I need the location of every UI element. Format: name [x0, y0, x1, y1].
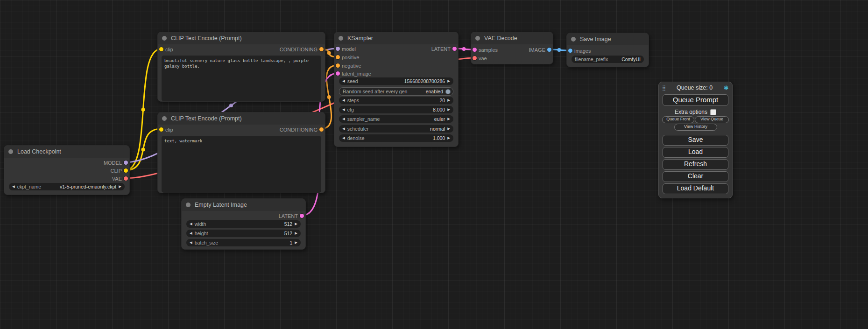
widget-denoise[interactable]: ◀ denoise 1.000 ▶ [339, 134, 453, 142]
input-port-positive[interactable] [336, 55, 340, 59]
decrement-arrow-icon[interactable]: ◀ [12, 183, 15, 190]
decrement-arrow-icon[interactable]: ◀ [342, 125, 345, 133]
increment-arrow-icon[interactable]: ▶ [295, 230, 297, 237]
extra-options-checkbox[interactable] [710, 109, 716, 115]
increment-arrow-icon[interactable]: ▶ [295, 239, 297, 246]
widget-random-seed-toggle[interactable]: Random seed after every gen enabled [339, 87, 453, 96]
widget-steps[interactable]: ◀ steps 20 ▶ [339, 97, 453, 104]
output-port-latent[interactable] [300, 214, 304, 218]
increment-arrow-icon[interactable]: ▶ [295, 220, 297, 228]
increment-arrow-icon[interactable]: ▶ [447, 106, 450, 113]
widget-ckpt-name[interactable]: ◀ ckpt_name v1-5-pruned-emaonly.ckpt ▶ [9, 183, 125, 190]
increment-arrow-icon[interactable]: ▶ [447, 77, 450, 85]
view-history-button[interactable]: View History [674, 124, 717, 131]
input-port-negative[interactable] [336, 63, 340, 68]
input-port-clip[interactable] [159, 47, 163, 51]
collapse-dot-icon[interactable] [571, 37, 576, 42]
drag-handle-icon[interactable]: ⣿ [662, 85, 665, 91]
widget-value: 512 [284, 221, 293, 227]
decrement-arrow-icon[interactable]: ◀ [190, 239, 192, 246]
collapse-dot-icon[interactable] [162, 116, 167, 121]
node-load-checkpoint[interactable]: Load Checkpoint MODEL CLIP VAE ◀ ckpt_na… [4, 145, 130, 195]
output-port-model[interactable] [124, 161, 128, 165]
decrement-arrow-icon[interactable]: ◀ [342, 77, 345, 85]
widget-batch-size[interactable]: ◀ batch_size 1 ▶ [186, 239, 301, 246]
collapse-dot-icon[interactable] [162, 36, 167, 41]
widget-cfg[interactable]: ◀ cfg 8.000 ▶ [339, 106, 453, 113]
node-graph-canvas[interactable]: Load Checkpoint MODEL CLIP VAE ◀ ckpt_na… [0, 0, 868, 329]
view-queue-button[interactable]: View Queue [695, 116, 729, 123]
queue-prompt-button[interactable]: Queue Prompt [663, 94, 728, 106]
input-port-images[interactable] [568, 49, 572, 53]
input-port-clip[interactable] [159, 127, 163, 132]
widget-height[interactable]: ◀ height 512 ▶ [186, 230, 301, 237]
widget-label: scheduler [347, 126, 369, 132]
output-port-clip[interactable] [124, 168, 128, 173]
input-label-clip: clip [165, 127, 173, 133]
output-port-vae[interactable] [124, 176, 128, 181]
widget-width[interactable]: ◀ width 512 ▶ [186, 220, 301, 228]
collapse-dot-icon[interactable] [339, 36, 343, 41]
widget-value: 1 [289, 240, 292, 245]
node-clip-text-encode-negative[interactable]: CLIP Text Encode (Prompt) clip CONDITION… [157, 112, 325, 193]
output-port-latent[interactable] [452, 47, 457, 51]
widget-filename-prefix[interactable]: filename_prefix ComfyUI [572, 56, 644, 63]
node-header[interactable]: Empty Latent Image [182, 199, 305, 211]
toggle-icon[interactable] [445, 89, 451, 94]
node-header[interactable]: Load Checkpoint [4, 146, 129, 158]
decrement-arrow-icon[interactable]: ◀ [342, 97, 345, 104]
decrement-arrow-icon[interactable]: ◀ [342, 134, 345, 142]
node-header[interactable]: Save Image [567, 33, 649, 45]
output-label-image: IMAGE [529, 47, 545, 53]
node-save-image[interactable]: Save Image images filename_prefix ComfyU… [566, 33, 649, 67]
increment-arrow-icon[interactable]: ▶ [447, 134, 450, 142]
node-clip-text-encode-positive[interactable]: CLIP Text Encode (Prompt) clip CONDITION… [157, 32, 325, 102]
clear-button[interactable]: Clear [663, 171, 728, 182]
input-port-samples[interactable] [473, 48, 477, 52]
decrement-arrow-icon[interactable]: ◀ [342, 106, 345, 113]
node-header[interactable]: KSampler [334, 32, 458, 44]
input-port-latent-image[interactable] [336, 71, 340, 76]
decrement-arrow-icon[interactable]: ◀ [342, 115, 345, 123]
widget-scheduler[interactable]: ◀ scheduler normal ▶ [339, 125, 453, 133]
increment-arrow-icon[interactable]: ▶ [447, 125, 450, 133]
settings-gear-icon[interactable]: ✱ [724, 84, 729, 91]
negative-prompt-textarea[interactable]: text, watermark [162, 136, 321, 193]
increment-arrow-icon[interactable]: ▶ [447, 97, 450, 104]
load-button[interactable]: Load [663, 147, 728, 158]
output-port-image[interactable] [547, 48, 551, 52]
widget-value: v1-5-pruned-emaonly.ckpt [60, 184, 116, 189]
node-header[interactable]: CLIP Text Encode (Prompt) [158, 32, 325, 44]
collapse-dot-icon[interactable] [475, 36, 480, 41]
widget-label: seed [347, 78, 358, 84]
widget-sampler-name[interactable]: ◀ sampler_name euler ▶ [339, 115, 453, 123]
save-button[interactable]: Save [663, 135, 728, 146]
widget-label: height [195, 231, 208, 236]
widget-seed[interactable]: ◀ seed 156680208700286 ▶ [339, 77, 453, 85]
input-port-model[interactable] [336, 47, 340, 51]
decrement-arrow-icon[interactable]: ◀ [190, 220, 192, 228]
collapse-dot-icon[interactable] [8, 149, 13, 154]
output-port-conditioning[interactable] [319, 47, 324, 51]
load-default-button[interactable]: Load Default [663, 183, 728, 194]
node-empty-latent-image[interactable]: Empty Latent Image LATENT ◀ width 512 ▶ … [181, 198, 306, 250]
widget-label: batch_size [195, 240, 218, 245]
input-port-vae[interactable] [473, 56, 477, 60]
node-vae-decode[interactable]: VAE Decode samples vae IMAGE [471, 32, 553, 64]
queue-panel[interactable]: ⣿ Queue size: 0 ✱ Queue Prompt Extra opt… [658, 82, 733, 198]
increment-arrow-icon[interactable]: ▶ [447, 115, 450, 123]
output-port-conditioning[interactable] [319, 127, 324, 132]
decrement-arrow-icon[interactable]: ◀ [190, 230, 192, 237]
refresh-button[interactable]: Refresh [663, 159, 728, 170]
node-header[interactable]: VAE Decode [471, 32, 553, 44]
collapse-dot-icon[interactable] [186, 203, 191, 207]
positive-prompt-textarea[interactable]: beautiful scenery nature glass bottle la… [162, 56, 321, 101]
node-header[interactable]: CLIP Text Encode (Prompt) [158, 112, 325, 125]
queue-front-button[interactable]: Queue Front [662, 116, 694, 123]
output-label-conditioning: CONDITIONING [280, 127, 318, 133]
output-label-vae: VAE [112, 176, 122, 182]
output-label-latent: LATENT [279, 213, 298, 219]
increment-arrow-icon[interactable]: ▶ [119, 183, 121, 190]
node-ksampler[interactable]: KSampler model positive negative latent_… [334, 32, 459, 147]
wire-midpoint-dot [327, 95, 331, 99]
